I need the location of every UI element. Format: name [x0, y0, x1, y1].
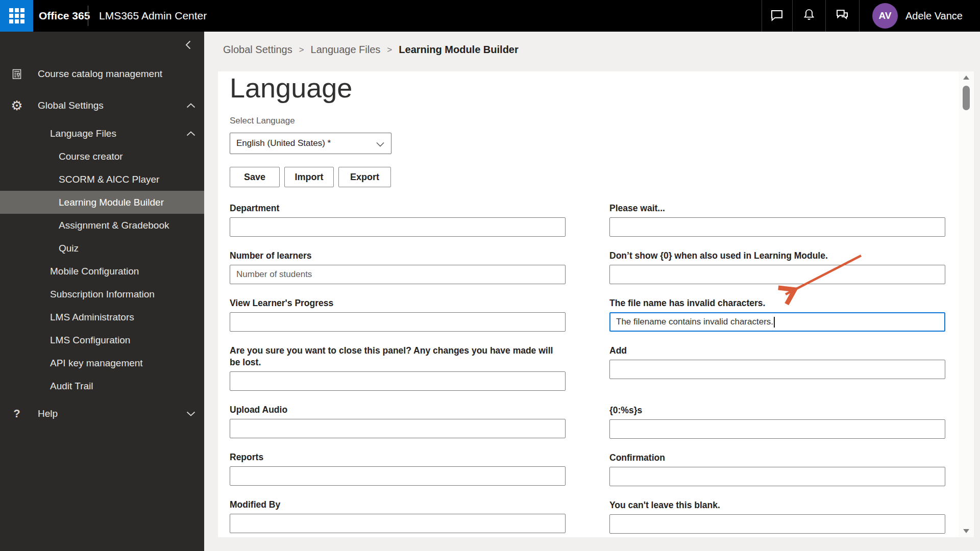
form-field: Reports: [230, 452, 566, 486]
breadcrumb-item[interactable]: Global Settings: [223, 44, 292, 56]
sidebar-item-label: LMS Configuration: [50, 335, 130, 346]
form-field: Add: [609, 345, 945, 379]
text-input[interactable]: [230, 371, 566, 391]
breadcrumb-item[interactable]: Language Files: [311, 44, 381, 56]
field-label: {0:%s}s: [609, 405, 945, 416]
sidebar-item-lms-administrators[interactable]: LMS Administrators: [0, 306, 204, 329]
save-button[interactable]: Save: [230, 167, 280, 187]
export-button[interactable]: Export: [338, 167, 391, 187]
main-content: Global Settings>Language Files>Learning …: [204, 32, 980, 551]
scrollbar-thumb[interactable]: [963, 86, 970, 110]
text-input[interactable]: [609, 419, 945, 439]
sidebar-item-subscription-information[interactable]: Subscription Information: [0, 283, 204, 306]
form-column-left: Department Number of learners Number of …: [230, 203, 566, 547]
breadcrumb-separator: >: [387, 45, 392, 55]
app-launcher-icon: [9, 8, 24, 23]
sidebar-item-label: Quiz: [59, 243, 79, 254]
form-field: {0:%s}s: [609, 405, 945, 439]
sidebar-item-course-catalog-management[interactable]: Course catalog management: [0, 62, 204, 85]
sidebar-item-lms-configuration[interactable]: LMS Configuration: [0, 329, 204, 352]
field-label: View Learner's Progress: [230, 297, 566, 309]
text-input[interactable]: [609, 265, 945, 284]
text-input-value: Number of students: [236, 269, 312, 280]
import-button[interactable]: Import: [284, 167, 334, 187]
form-field: Please wait...: [609, 203, 945, 237]
sidebar-item-global-settings[interactable]: ⚙ Global Settings: [0, 94, 204, 117]
form-field: Department: [230, 203, 566, 237]
chevron-left-icon: [183, 39, 195, 53]
field-label: Are you sure you want to close this pane…: [230, 345, 566, 368]
language-dropdown[interactable]: English (United States) *: [230, 133, 391, 154]
catalog-icon: [11, 68, 23, 80]
chat-button[interactable]: [762, 0, 792, 32]
field-label: Please wait...: [609, 203, 945, 214]
bell-icon: [802, 8, 816, 24]
sidebar-item-quiz[interactable]: Quiz: [0, 237, 204, 260]
app-title: LMS365 Admin Center: [99, 0, 207, 32]
sidebar-item-label: Help: [38, 408, 58, 419]
form-field: Confirmation: [609, 452, 945, 486]
sidebar-item-label: SCORM & AICC Player: [59, 174, 159, 185]
avatar[interactable]: AV: [872, 3, 898, 29]
help-icon: ?: [13, 407, 20, 420]
text-input[interactable]: The filename contains invalid characters…: [609, 312, 945, 332]
form-field: Modified By: [230, 499, 566, 533]
text-cursor: [774, 317, 775, 328]
sidebar-item-help[interactable]: ? Help: [0, 402, 204, 425]
sidebar-item-mobile-configuration[interactable]: Mobile Configuration: [0, 260, 204, 283]
chat-icon: [769, 7, 785, 24]
sidebar-item-language-files[interactable]: Language Files: [0, 122, 204, 145]
field-label: Confirmation: [609, 452, 945, 464]
app-launcher-button[interactable]: [0, 0, 33, 32]
sidebar-item-api-key-management[interactable]: API key management: [0, 352, 204, 374]
text-input[interactable]: [230, 217, 566, 237]
feedback-icon: [835, 7, 850, 24]
sidebar-item-label: Course creator: [59, 151, 123, 162]
chevron-down-icon: [186, 411, 196, 417]
scroll-down-icon[interactable]: [963, 529, 969, 533]
sidebar-item-audit-trail[interactable]: Audit Trail: [0, 374, 204, 397]
form-field: Number of learners Number of students: [230, 250, 566, 284]
text-input[interactable]: [230, 514, 566, 533]
breadcrumb-item: Learning Module Builder: [399, 44, 518, 56]
top-app-bar: Office 365 LMS365 Admin Center AV Adele …: [0, 0, 980, 32]
text-input[interactable]: [230, 419, 566, 438]
scrollbar[interactable]: [959, 71, 974, 537]
text-input[interactable]: [609, 467, 945, 486]
scroll-up-icon[interactable]: [963, 76, 969, 80]
sidebar-item-label: Language Files: [50, 128, 116, 139]
sidebar-item-learning-module-builder[interactable]: Learning Module Builder: [0, 191, 204, 214]
text-input-value: The filename contains invalid characters…: [616, 317, 773, 327]
sidebar-item-course-creator[interactable]: Course creator: [0, 145, 204, 168]
notifications-button[interactable]: [794, 0, 824, 32]
user-name[interactable]: Adele Vance: [905, 0, 963, 32]
text-input[interactable]: [609, 217, 945, 237]
feedback-button[interactable]: [827, 0, 857, 32]
sidebar-collapse-button[interactable]: [182, 39, 196, 53]
text-input[interactable]: Number of students: [230, 265, 566, 284]
form-field: Don’t show {0} when also used in Learnin…: [609, 250, 945, 284]
form-column-right: Please wait... Don’t show {0} when also …: [609, 203, 945, 547]
chevron-up-icon: [186, 103, 196, 109]
text-input[interactable]: [230, 466, 566, 486]
form-field: Upload Audio: [230, 404, 566, 438]
language-dropdown-value: English (United States) *: [236, 138, 331, 148]
field-label: You can't leave this blank.: [609, 499, 945, 511]
sidebar-item-label: Assignment & Gradebook: [59, 220, 169, 231]
sidebar-item-label: Global Settings: [38, 100, 104, 111]
field-label: Modified By: [230, 499, 566, 511]
form-field: View Learner's Progress: [230, 297, 566, 332]
sidebar-item-assignment-gradebook[interactable]: Assignment & Gradebook: [0, 214, 204, 237]
action-buttons: Save Import Export: [230, 167, 391, 187]
text-input[interactable]: [609, 360, 945, 379]
chevron-up-icon: [186, 131, 196, 137]
settings-card: Language Select Language English (United…: [218, 71, 974, 537]
brand-office365[interactable]: Office 365: [39, 0, 90, 32]
text-input[interactable]: [230, 312, 566, 332]
gear-icon: ⚙: [11, 99, 22, 112]
sidebar-item-scorm-aicc-player[interactable]: SCORM & AICC Player: [0, 168, 204, 191]
sidebar-items: Course catalog management ⚙ Global Setti…: [0, 62, 204, 425]
sidebar-nav: Course catalog management ⚙ Global Setti…: [0, 32, 204, 551]
text-input[interactable]: [609, 514, 945, 534]
field-label: Upload Audio: [230, 404, 566, 416]
